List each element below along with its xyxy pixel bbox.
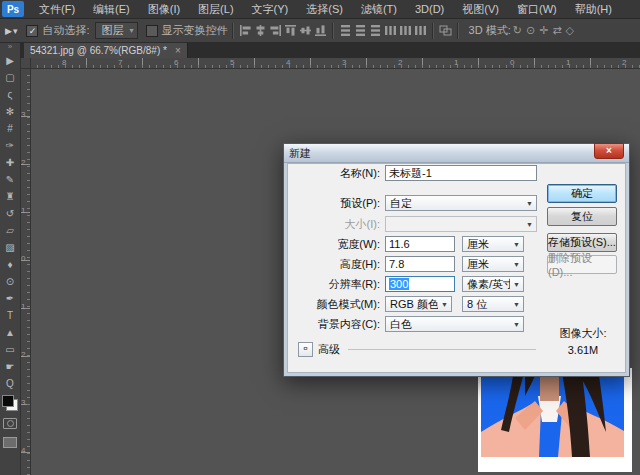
menu-window[interactable]: 窗口(W) <box>508 0 566 18</box>
dialog-close-button[interactable]: × <box>594 143 624 159</box>
resolution-value: 300 <box>389 278 409 290</box>
blur-tool[interactable]: ♦ <box>1 256 19 273</box>
size-label: 大小(I): <box>288 217 385 232</box>
distribute-left-edges-icon[interactable] <box>384 24 397 37</box>
auto-select-target-value: 图层 <box>102 23 124 38</box>
brush-tool[interactable]: ✎ <box>1 171 19 188</box>
color-mode-label: 颜色模式(M): <box>288 297 385 312</box>
crop-tool[interactable]: # <box>1 120 19 137</box>
rectangular-marquee-tool[interactable]: ▢ <box>1 69 19 86</box>
3d-pan-icon[interactable]: ✛ <box>539 24 548 37</box>
auto-select-target-dropdown[interactable]: 图层 ▾ <box>95 22 138 39</box>
3d-scale-icon[interactable]: ◇ <box>566 24 574 37</box>
distribute-horizontal-centers-icon[interactable] <box>399 24 412 37</box>
reset-button[interactable]: 复位 <box>547 207 617 226</box>
size-dropdown: ▼ <box>385 216 537 232</box>
width-unit-dropdown[interactable]: 厘米 ▼ <box>462 236 524 252</box>
height-unit-value: 厘米 <box>467 257 510 272</box>
menu-type[interactable]: 文字(Y) <box>243 0 298 18</box>
horizontal-ruler[interactable]: 8 7 6 5 4 3 2 1 0 1 2 <box>30 58 640 69</box>
menu-edit[interactable]: 编辑(E) <box>84 0 139 18</box>
rectangle-tool[interactable]: ▭ <box>1 341 19 358</box>
tool-options-bar: ▶▾ ✓ 自动选择: 图层 ▾ 显示变换控件 3D 模式: ↻ ⊙ ✛ ⇄ ◇ <box>0 19 640 43</box>
image-size-label: 图像大小: <box>540 326 626 341</box>
menu-3d[interactable]: 3D(D) <box>406 0 453 18</box>
chevron-down-icon: ▼ <box>523 200 536 207</box>
3d-rotate-icon[interactable]: ↻ <box>513 24 522 37</box>
chevron-down-icon: ▼ <box>510 321 523 328</box>
close-icon[interactable]: × <box>175 45 181 56</box>
distribute-vertical-centers-icon[interactable] <box>354 24 367 37</box>
menu-file[interactable]: 文件(F) <box>30 0 84 18</box>
eyedropper-tool[interactable]: ✑ <box>1 137 19 154</box>
show-transform-checkbox[interactable] <box>146 25 158 37</box>
3d-roll-icon[interactable]: ⊙ <box>526 24 535 37</box>
tool-preset-picker-icon[interactable]: ▶▾ <box>5 26 18 36</box>
chevron-down-icon: ▼ <box>523 221 536 228</box>
distribute-right-edges-icon[interactable] <box>414 24 427 37</box>
lasso-tool[interactable]: ς <box>1 86 19 103</box>
align-bottom-edges-icon[interactable] <box>314 24 327 37</box>
color-mode-dropdown[interactable]: RGB 颜色 ▼ <box>385 296 452 312</box>
divider <box>232 23 234 39</box>
history-brush-tool[interactable]: ↺ <box>1 205 19 222</box>
menu-view[interactable]: 视图(V) <box>453 0 508 18</box>
vertical-ruler[interactable]: 3 2 1 0 1 2 3 4 <box>20 68 31 475</box>
height-input[interactable]: 7.8 <box>385 256 455 272</box>
zoom-tool[interactable]: Q <box>1 375 19 392</box>
color-swatches[interactable] <box>2 395 18 411</box>
menu-help[interactable]: 帮助(H) <box>566 0 621 18</box>
color-depth-dropdown[interactable]: 8 位 ▼ <box>462 296 524 312</box>
screen-mode-button[interactable] <box>3 437 17 448</box>
collapse-panel-icon[interactable]: » <box>8 42 12 52</box>
chevron-down-icon: ▼ <box>510 281 523 288</box>
background-dropdown[interactable]: 白色 ▼ <box>385 316 524 332</box>
quick-mask-button[interactable] <box>3 418 17 429</box>
distribute-top-edges-icon[interactable] <box>339 24 352 37</box>
auto-select-label: 自动选择: <box>42 23 89 38</box>
advanced-expander-button[interactable]: ¤ <box>298 342 313 357</box>
clone-stamp-tool[interactable]: ♜ <box>1 188 19 205</box>
type-tool[interactable]: T <box>1 307 19 324</box>
dodge-tool[interactable]: ⊙ <box>1 273 19 290</box>
height-unit-dropdown[interactable]: 厘米 ▼ <box>462 256 524 272</box>
auto-select-checkbox[interactable]: ✓ <box>26 25 38 37</box>
eraser-tool[interactable]: ▱ <box>1 222 19 239</box>
quick-selection-tool[interactable]: ✻ <box>1 103 19 120</box>
dialog-title-bar[interactable]: 新建 × <box>284 144 629 163</box>
align-right-edges-icon[interactable] <box>269 24 282 37</box>
spot-healing-brush-tool[interactable]: ✚ <box>1 154 19 171</box>
pen-tool[interactable]: ✒ <box>1 290 19 307</box>
foreground-color-swatch[interactable] <box>2 395 14 407</box>
align-left-edges-icon[interactable] <box>239 24 252 37</box>
show-transform-label: 显示变换控件 <box>162 23 228 38</box>
name-input[interactable]: 未标题-1 <box>385 165 537 181</box>
distribute-bottom-edges-icon[interactable] <box>369 24 382 37</box>
ok-button[interactable]: 确定 <box>547 184 617 203</box>
menu-filter[interactable]: 滤镜(T) <box>352 0 406 18</box>
document-tab-bar: 54321.jpg @ 66.7%(RGB/8#) * × <box>20 42 640 58</box>
menu-image[interactable]: 图像(I) <box>139 0 189 18</box>
gradient-tool[interactable]: ▨ <box>1 239 19 256</box>
new-document-dialog: 新建 × 名称(N): 未标题-1 预设(P): 自定 ▼ 大小(I): ▼ <box>283 143 630 377</box>
width-input[interactable]: 11.6 <box>385 236 455 252</box>
document-tab[interactable]: 54321.jpg @ 66.7%(RGB/8#) * × <box>24 42 188 58</box>
resolution-input[interactable]: 300 <box>385 276 455 292</box>
resolution-unit-dropdown[interactable]: 像素/英寸 ▼ <box>462 276 524 292</box>
hand-tool[interactable]: ☛ <box>1 358 19 375</box>
divider <box>332 23 334 39</box>
path-selection-tool[interactable]: ▲ <box>1 324 19 341</box>
preset-dropdown[interactable]: 自定 ▼ <box>385 195 537 211</box>
save-preset-button[interactable]: 存储预设(S)... <box>547 233 617 252</box>
align-top-edges-icon[interactable] <box>284 24 297 37</box>
menu-layer[interactable]: 图层(L) <box>189 0 242 18</box>
align-horizontal-centers-icon[interactable] <box>254 24 267 37</box>
menu-select[interactable]: 选择(S) <box>297 0 352 18</box>
auto-align-layers-icon[interactable] <box>439 24 452 37</box>
3d-slide-icon[interactable]: ⇄ <box>552 24 561 37</box>
move-tool[interactable]: ▶ <box>1 52 19 69</box>
divider <box>432 23 434 39</box>
resolution-label: 分辨率(R): <box>288 277 385 292</box>
align-vertical-centers-icon[interactable] <box>299 24 312 37</box>
ruler-corner <box>20 58 31 69</box>
